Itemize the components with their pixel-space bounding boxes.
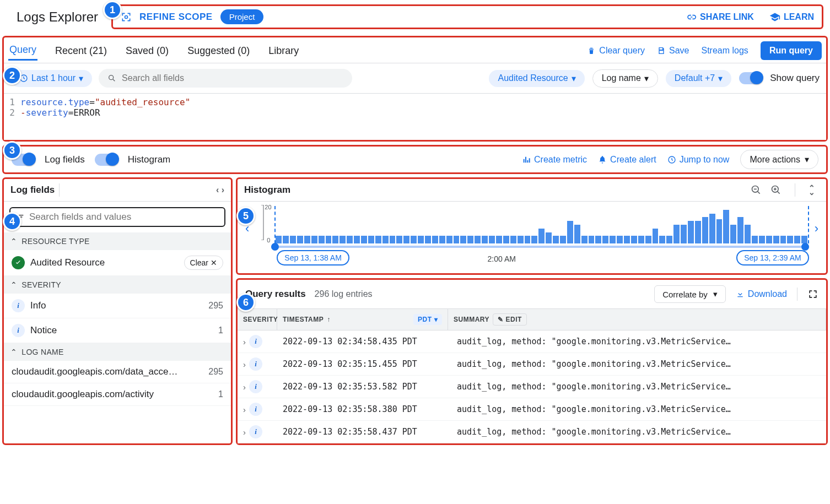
histogram-bar[interactable] [396, 236, 402, 243]
expand-icon[interactable]: › [243, 382, 246, 392]
clear-query-button[interactable]: Clear query [587, 46, 645, 56]
histogram-bar[interactable] [297, 236, 303, 243]
histogram-bar[interactable] [794, 236, 800, 243]
table-row[interactable]: ›i2022-09-13 02:35:53.582 PDTaudit_log, … [238, 376, 826, 398]
jump-to-now-button[interactable]: Jump to now [667, 155, 730, 165]
histogram-bar[interactable] [531, 236, 537, 243]
histogram-bar[interactable] [624, 236, 630, 243]
create-metric-button[interactable]: Create metric [522, 155, 587, 165]
histogram-bar[interactable] [332, 236, 338, 243]
save-button[interactable]: Save [657, 46, 689, 56]
histogram-bar[interactable] [780, 236, 786, 243]
histogram-bar[interactable] [411, 236, 417, 243]
histogram-slider[interactable] [271, 246, 809, 248]
table-row[interactable]: ›i2022-09-13 02:35:15.455 PDTaudit_log, … [238, 353, 826, 376]
correlate-by-button[interactable]: Correlate by ▾ [654, 285, 726, 303]
zoom-in-icon[interactable] [770, 185, 782, 196]
histogram-bar[interactable] [403, 236, 409, 243]
histogram-bar[interactable] [695, 221, 701, 243]
table-row[interactable]: ›i2022-09-13 02:35:58.437 PDTaudit_log, … [238, 421, 826, 443]
refine-scope-icon[interactable] [121, 12, 132, 23]
histogram-bar[interactable] [752, 236, 758, 243]
severity-filter[interactable]: Default +7 ▾ [666, 70, 731, 87]
resource-filter[interactable]: Audited Resource ▾ [489, 70, 584, 87]
tab-saved[interactable]: Saved (0) [125, 42, 170, 60]
histogram-bar[interactable] [439, 236, 445, 243]
histogram-bar[interactable] [716, 219, 723, 243]
histogram-bar[interactable] [737, 217, 743, 243]
histogram-bar[interactable] [482, 236, 488, 243]
clear-resource-chip[interactable]: Clear✕ [184, 256, 223, 270]
histogram-bar[interactable] [581, 236, 588, 243]
col-summary[interactable]: SUMMARY ✎EDIT [448, 309, 826, 330]
expand-icon[interactable]: › [243, 337, 246, 346]
histogram-bar[interactable] [553, 236, 559, 243]
create-alert-button[interactable]: Create alert [598, 155, 656, 165]
tab-query[interactable]: Query [8, 41, 37, 61]
log-fields-search[interactable] [9, 207, 225, 227]
histogram-bar[interactable] [681, 225, 687, 243]
histogram-bar[interactable] [475, 236, 481, 243]
tab-library[interactable]: Library [267, 42, 300, 60]
slider-handle-end[interactable] [801, 243, 809, 251]
group-resource-type[interactable]: ⌃RESOURCE TYPE [4, 232, 231, 250]
show-query-toggle[interactable] [739, 72, 762, 84]
logname-activity-row[interactable]: cloudaudit.googleapis.com/activity 1 [4, 383, 231, 406]
histogram-bar[interactable] [525, 236, 531, 243]
logname-data-access-row[interactable]: cloudaudit.googleapis.com/data_acce… 295 [4, 361, 231, 383]
zoom-out-icon[interactable] [751, 185, 762, 196]
more-actions-button[interactable]: More actions ▾ [740, 150, 818, 169]
histogram-toggle[interactable] [95, 154, 118, 166]
histogram-bar[interactable] [659, 236, 665, 243]
expand-icon[interactable]: › [243, 360, 246, 369]
expand-icon[interactable]: ⌃⌄ [809, 186, 815, 194]
histogram-bar[interactable] [503, 236, 509, 243]
histogram-bar[interactable] [723, 210, 729, 243]
histogram-bar[interactable] [617, 236, 623, 243]
fullscreen-icon[interactable] [807, 289, 818, 300]
histogram-bar[interactable] [546, 232, 552, 243]
histogram-bar[interactable] [368, 236, 374, 243]
histogram-bar[interactable] [489, 236, 495, 243]
timezone-chip[interactable]: PDT▾ [413, 314, 442, 325]
histogram-bar[interactable] [801, 236, 807, 243]
histogram-bar[interactable] [610, 236, 616, 243]
histogram-bar[interactable] [666, 236, 672, 243]
histogram-bar[interactable] [595, 236, 601, 243]
resource-item-audited[interactable]: Audited Resource Clear✕ [4, 250, 231, 276]
histogram-bar[interactable] [653, 229, 659, 243]
histogram-bar[interactable] [645, 236, 651, 243]
histogram-bar[interactable] [326, 236, 332, 243]
histogram-bar[interactable] [560, 236, 566, 243]
edit-summary-button[interactable]: ✎EDIT [493, 313, 527, 326]
learn-button[interactable]: LEARN [769, 12, 814, 23]
histogram-bar[interactable] [361, 236, 367, 243]
severity-info-row[interactable]: i Info 295 [4, 294, 231, 318]
histogram-bar[interactable] [773, 236, 779, 243]
histogram-next[interactable]: › [812, 219, 821, 238]
query-editor[interactable]: 1 resource.type="audited_resource" 2 -se… [4, 93, 826, 140]
histogram-bar[interactable] [432, 236, 438, 243]
histogram-bar[interactable] [339, 236, 346, 243]
histogram-bar[interactable] [283, 236, 289, 243]
search-input[interactable] [122, 73, 343, 83]
histogram-bar[interactable] [730, 225, 736, 243]
table-row[interactable]: ›i2022-09-13 02:34:58.435 PDTaudit_log, … [238, 330, 826, 353]
histogram-bar[interactable] [425, 236, 431, 243]
scope-pill[interactable]: Project [220, 9, 264, 24]
tab-recent[interactable]: Recent (21) [54, 42, 108, 60]
histogram-bar[interactable] [745, 225, 751, 243]
histogram-bar[interactable] [766, 236, 772, 243]
histogram-bar[interactable] [673, 225, 680, 243]
refine-scope-button[interactable]: REFINE SCOPE [139, 12, 213, 23]
col-severity[interactable]: SEVERITY [238, 309, 277, 330]
histogram-bar[interactable] [538, 229, 545, 243]
histogram-bar[interactable] [589, 236, 595, 243]
histogram-bar[interactable] [276, 236, 282, 243]
histogram-bar[interactable] [454, 236, 460, 243]
time-range-button[interactable]: Last 1 hour ▾ [10, 70, 92, 87]
histogram-bar[interactable] [574, 225, 580, 243]
tab-suggested[interactable]: Suggested (0) [186, 42, 251, 60]
histogram-bar[interactable] [418, 236, 424, 243]
stream-logs-button[interactable]: Stream logs [702, 46, 748, 56]
